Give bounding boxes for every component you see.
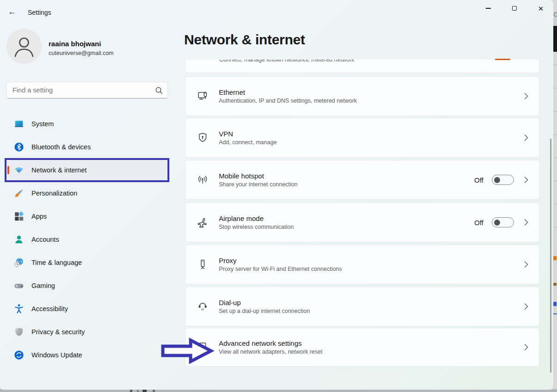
maximize-button[interactable] xyxy=(504,0,525,17)
window-title: Settings xyxy=(28,9,51,16)
search-input[interactable] xyxy=(12,82,151,98)
sidebar-item-apps[interactable]: Apps xyxy=(6,206,167,227)
paintbrush-icon xyxy=(14,188,24,198)
minimize-icon xyxy=(486,8,491,8)
sidebar-item-label: Personalization xyxy=(31,190,77,197)
sidebar-item-privacy-security[interactable]: Privacy & security xyxy=(6,322,167,342)
search-box[interactable] xyxy=(6,82,168,98)
settings-row-airplane-mode[interactable]: Airplane mode Stop wireless communicatio… xyxy=(185,202,539,242)
sidebar-item-label: Gaming xyxy=(31,282,55,289)
chevron-right-icon xyxy=(524,343,528,351)
sidebar-item-windows-update[interactable]: Windows Update xyxy=(6,345,167,365)
sidebar-item-accessibility[interactable]: Accessibility xyxy=(6,299,167,319)
sidebar-item-label: Apps xyxy=(31,213,47,220)
sliver-divider xyxy=(553,65,557,65)
sliver-orange-mark xyxy=(553,256,557,260)
settings-row-ethernet[interactable]: Ethernet Authentication, IP and DNS sett… xyxy=(185,76,539,116)
airplane-mode-toggle[interactable] xyxy=(492,217,514,227)
sliver-dark-block xyxy=(553,26,557,52)
sidebar-item-system[interactable]: System xyxy=(6,114,167,134)
toggle-state-label: Off xyxy=(474,219,483,227)
sliver-divider xyxy=(553,135,557,135)
sidebar-item-accounts[interactable]: Accounts xyxy=(6,229,167,250)
row-title: Mobile hotspot xyxy=(219,172,474,180)
close-button[interactable]: ✕ xyxy=(530,0,551,17)
user-name: raaina bhojwani xyxy=(49,40,101,48)
search-icon xyxy=(155,86,163,96)
sliver-divider xyxy=(553,88,557,88)
row-subtitle: Add, connect, manage xyxy=(219,139,524,146)
chevron-right-icon xyxy=(524,219,528,226)
row-title: Proxy xyxy=(219,257,524,264)
proxy-server-icon xyxy=(197,258,209,270)
settings-row-wifi-partial[interactable]: Connect, manage known networks, metered … xyxy=(185,60,539,73)
ethernet-icon xyxy=(197,90,209,102)
row-subtitle: Stop wireless communication xyxy=(219,224,474,230)
user-email: cuteuniverse@gmail.com xyxy=(49,50,114,56)
sidebar-item-gaming[interactable]: Gaming xyxy=(6,276,167,296)
accessibility-icon xyxy=(14,304,24,314)
settings-row-vpn[interactable]: VPN Add, connect, manage xyxy=(185,118,539,158)
system-icon xyxy=(14,119,24,129)
toggle-knob xyxy=(494,220,500,226)
close-icon: ✕ xyxy=(538,5,544,12)
row-title: Airplane mode xyxy=(219,214,474,222)
gamepad-icon xyxy=(14,281,24,291)
sidebar-item-time-language[interactable]: Time & language xyxy=(6,252,167,273)
person-glyph xyxy=(6,29,42,64)
row-subtitle: Authentication, IP and DNS settings, met… xyxy=(219,98,524,104)
sliver-blue-mark xyxy=(553,302,557,306)
row-subtitle: Set up a dial-up internet connection xyxy=(219,308,524,314)
row-subtitle: View all network adapters, network reset xyxy=(219,349,524,355)
sidebar-item-label: System xyxy=(31,120,54,128)
toggle-knob xyxy=(494,177,500,183)
selected-accent-bar xyxy=(7,166,9,174)
sliver-divider xyxy=(553,204,557,204)
sliver-mark xyxy=(553,283,557,286)
minimize-button[interactable] xyxy=(477,0,499,17)
sliver-circle xyxy=(554,12,557,17)
sidebar-item-label: Network & internet xyxy=(31,166,87,174)
sliver-divider xyxy=(553,227,557,227)
shield-icon xyxy=(14,327,24,337)
wifi-toggle-clipped[interactable] xyxy=(495,59,510,60)
person-icon xyxy=(14,234,24,245)
sidebar-item-label: Accounts xyxy=(31,236,59,243)
chevron-right-icon xyxy=(524,261,528,268)
row-title: Dial-up xyxy=(219,299,524,306)
row-title: Ethernet xyxy=(219,88,524,96)
sidebar-item-personalization[interactable]: Personalization xyxy=(6,183,167,203)
maximize-icon xyxy=(512,6,517,11)
sliver-divider xyxy=(553,111,557,112)
sidebar-item-label: Privacy & security xyxy=(31,328,85,336)
settings-row-dial-up[interactable]: Dial-up Set up a dial-up internet connec… xyxy=(185,287,539,326)
settings-row-mobile-hotspot[interactable]: Mobile hotspot Share your internet conne… xyxy=(185,160,539,200)
wifi-icon xyxy=(14,165,24,175)
chevron-right-icon xyxy=(524,134,528,141)
sliver-divider xyxy=(553,158,557,158)
dialup-phone-icon xyxy=(197,300,209,312)
globe-clock-icon xyxy=(14,257,24,268)
settings-row-proxy[interactable]: Proxy Proxy server for Wi-Fi and Etherne… xyxy=(185,245,539,284)
sidebar-item-label: Accessibility xyxy=(31,305,68,312)
page-title: Network & internet xyxy=(184,32,305,48)
settings-row-advanced-network-settings[interactable]: Advanced network settings View all netwo… xyxy=(185,328,539,367)
sidebar-item-label: Windows Update xyxy=(31,351,82,359)
advanced-network-icon xyxy=(197,341,209,353)
sidebar-item-network-internet[interactable]: Network & internet xyxy=(6,160,167,180)
mobile-hotspot-toggle[interactable] xyxy=(492,175,514,185)
bluetooth-icon xyxy=(14,142,24,152)
apps-icon xyxy=(14,211,24,221)
update-icon xyxy=(14,350,24,360)
vertical-scrollbar[interactable] xyxy=(550,139,551,373)
row-title: Advanced network settings xyxy=(219,339,524,347)
back-button[interactable]: ← xyxy=(6,6,19,17)
avatar[interactable] xyxy=(6,29,42,64)
sliver-blue-line xyxy=(553,313,557,314)
chevron-right-icon xyxy=(524,92,528,100)
hotspot-icon xyxy=(197,174,209,186)
sidebar-item-label: Bluetooth & devices xyxy=(31,143,91,151)
toggle-state-label: Off xyxy=(474,176,483,184)
sidebar-item-bluetooth[interactable]: Bluetooth & devices xyxy=(6,137,167,157)
row-title: VPN xyxy=(219,130,524,138)
